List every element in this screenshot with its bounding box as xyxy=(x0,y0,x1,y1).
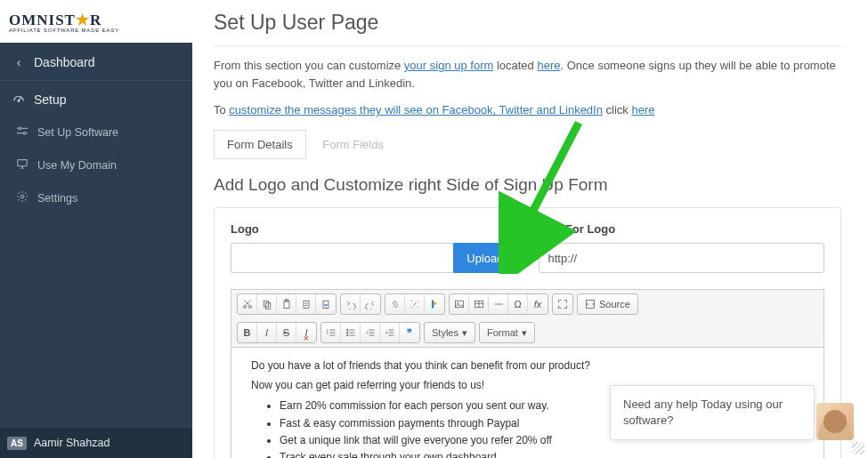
svg-point-4 xyxy=(20,195,24,198)
avatar: AS xyxy=(7,437,27,450)
sidebar: OMNIST★R AFFILIATE SOFTWARE MADE EASY ‹ … xyxy=(0,0,192,458)
table-icon[interactable] xyxy=(469,294,489,314)
editor-list-item: Track every sale through your own dashbo… xyxy=(280,450,804,458)
bold-icon[interactable]: B xyxy=(238,323,257,342)
help-chat-bubble[interactable]: Need any help Today using our software? xyxy=(610,385,815,440)
tabs: Form Details Form Fields xyxy=(214,130,841,159)
copy-icon[interactable] xyxy=(257,294,277,314)
image-icon[interactable] xyxy=(450,294,469,314)
fx-icon[interactable]: fx xyxy=(528,294,548,314)
logo-path-input[interactable] xyxy=(231,243,453,273)
svg-point-20 xyxy=(346,330,348,332)
format-dropdown[interactable]: Format ▾ xyxy=(480,323,534,342)
bullet-list-icon[interactable] xyxy=(341,323,361,342)
brand-suffix: R xyxy=(90,12,101,28)
svg-point-21 xyxy=(346,333,348,334)
user-bar[interactable]: AS Aamir Shahzad xyxy=(0,428,192,458)
nav-label: Use My Domain xyxy=(37,159,117,172)
indent-icon[interactable] xyxy=(380,323,400,342)
brand-prefix: OMNIST xyxy=(9,12,76,28)
numbered-list-icon[interactable]: 12 xyxy=(321,323,341,342)
intro-paragraph-2: To customize the messages they will see … xyxy=(214,101,841,119)
svg-text:2: 2 xyxy=(326,332,328,335)
nav-set-up-software[interactable]: Set Up Software xyxy=(0,116,192,149)
brand-tagline: AFFILIATE SOFTWARE MADE EASY xyxy=(9,28,119,33)
svg-point-2 xyxy=(23,132,26,134)
tab-form-details[interactable]: Form Details xyxy=(214,130,306,159)
gear-icon xyxy=(16,190,28,205)
link-customize-messages[interactable]: customize the messages they will see on … xyxy=(229,103,603,117)
strike-icon[interactable]: S xyxy=(277,323,296,342)
outdent-icon[interactable] xyxy=(361,323,380,342)
svg-rect-13 xyxy=(432,301,434,309)
cut-icon[interactable] xyxy=(238,294,257,314)
svg-point-1 xyxy=(19,127,21,130)
sliders-icon xyxy=(16,125,28,140)
star-icon: ★ xyxy=(76,12,90,28)
tab-form-fields[interactable]: Form Fields xyxy=(309,130,397,159)
intro-paragraph-1: From this section you can customize your… xyxy=(214,57,841,92)
help-avatar[interactable] xyxy=(816,403,854,440)
hr-icon[interactable] xyxy=(489,294,508,314)
nav-label: Settings xyxy=(37,192,77,205)
nav-settings[interactable]: Settings xyxy=(0,181,192,214)
link-for-logo-label: Link For Logo xyxy=(539,222,825,236)
paste-word-icon[interactable] xyxy=(316,294,336,314)
page-title: Set Up User Page xyxy=(214,11,841,35)
italic-icon[interactable]: I xyxy=(257,323,277,342)
chevron-down-icon: ▾ xyxy=(522,327,527,339)
monitor-icon xyxy=(16,157,28,173)
svg-point-6 xyxy=(248,306,251,309)
remove-format-icon[interactable]: I× xyxy=(296,323,316,342)
link-icon[interactable] xyxy=(385,294,405,314)
editor-line: Do you have a lot of friends that you th… xyxy=(251,358,804,374)
anchor-icon[interactable] xyxy=(425,294,444,314)
upload-button[interactable]: Upload xyxy=(453,243,516,273)
paste-icon[interactable] xyxy=(277,294,296,314)
paste-text-icon[interactable] xyxy=(296,294,316,314)
svg-rect-3 xyxy=(18,160,28,166)
editor-toolbar: Ω fx Source B I S I× 12 xyxy=(231,290,823,348)
special-char-icon[interactable]: Ω xyxy=(508,294,528,314)
blockquote-icon[interactable]: ❞ xyxy=(400,323,419,342)
redo-icon[interactable] xyxy=(361,294,380,314)
svg-rect-9 xyxy=(284,301,289,309)
chevron-left-icon: ‹ xyxy=(12,55,25,69)
nav-use-my-domain[interactable]: Use My Domain xyxy=(0,149,192,181)
gauge-icon xyxy=(12,92,25,107)
styles-dropdown[interactable]: Styles ▾ xyxy=(425,323,475,342)
link-here-1[interactable]: here xyxy=(537,59,560,72)
svg-rect-11 xyxy=(304,301,309,309)
nav-dashboard[interactable]: ‹ Dashboard xyxy=(0,46,192,78)
link-sign-up-form[interactable]: your sign up form xyxy=(404,59,493,72)
user-name: Aamir Shahzad xyxy=(34,437,110,449)
chevron-down-icon: ▾ xyxy=(462,327,467,339)
resize-handle-icon[interactable] xyxy=(852,442,864,454)
nav-label: Set Up Software xyxy=(37,126,118,139)
logo-label: Logo xyxy=(231,222,517,236)
section-heading: Add Logo and Customize right Side of Sig… xyxy=(214,175,841,195)
undo-icon[interactable] xyxy=(341,294,361,314)
link-for-logo-input[interactable] xyxy=(539,243,825,273)
help-text: Need any help Today using our software? xyxy=(623,398,783,427)
unlink-icon[interactable] xyxy=(405,294,425,314)
nav-label: Dashboard xyxy=(34,55,95,69)
brand-logo: OMNIST★R AFFILIATE SOFTWARE MADE EASY xyxy=(0,0,192,43)
nav: ‹ Dashboard Setup Set Up Software Use My… xyxy=(0,43,192,214)
svg-point-22 xyxy=(346,335,348,337)
maximize-icon[interactable] xyxy=(553,294,572,314)
nav-setup[interactable]: Setup xyxy=(0,83,192,116)
svg-rect-14 xyxy=(455,301,463,309)
link-here-2[interactable]: here xyxy=(631,103,654,117)
svg-point-5 xyxy=(243,306,246,309)
source-button[interactable]: Source xyxy=(578,294,637,314)
svg-rect-17 xyxy=(587,301,595,309)
nav-label: Setup xyxy=(34,92,67,107)
